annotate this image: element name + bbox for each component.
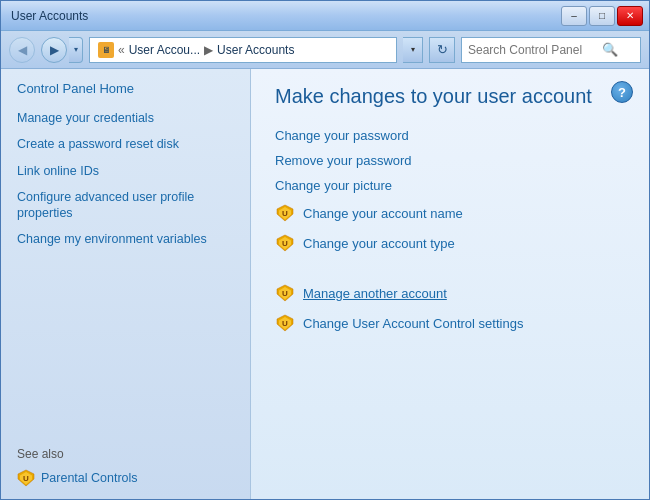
remove-password-link[interactable]: Remove your password [275, 153, 625, 168]
path-part-2: User Accounts [217, 43, 294, 57]
address-path[interactable]: 🖥 « User Accou... ▶ User Accounts [89, 37, 397, 63]
path-icon: 🖥 [98, 42, 114, 58]
manage-another-account-link[interactable]: U Manage another account [275, 283, 625, 303]
change-password-link[interactable]: Change your password [275, 128, 625, 143]
parental-controls-label: Parental Controls [41, 471, 138, 485]
svg-text:U: U [282, 209, 288, 218]
sidebar-home-link[interactable]: Control Panel Home [17, 81, 234, 96]
change-account-type-label: Change your account type [303, 236, 455, 251]
help-button[interactable]: ? [611, 81, 633, 103]
see-also-label: See also [17, 447, 234, 461]
uac-shield-icon: U [275, 313, 295, 333]
manage-account-shield-icon: U [275, 283, 295, 303]
svg-text:U: U [282, 319, 288, 328]
window-controls: – □ ✕ [561, 6, 643, 26]
minimize-button[interactable]: – [561, 6, 587, 26]
change-account-name-link[interactable]: U Change your account name [275, 203, 625, 223]
change-picture-link[interactable]: Change your picture [275, 178, 625, 193]
window-title: User Accounts [11, 9, 88, 23]
title-bar: User Accounts – □ ✕ [1, 1, 649, 31]
search-icon: 🔍 [602, 42, 618, 57]
sidebar-link-reset-disk[interactable]: Create a password reset disk [17, 136, 234, 152]
uac-settings-link[interactable]: U Change User Account Control settings [275, 313, 625, 333]
account-name-shield-icon: U [275, 203, 295, 223]
address-bar: ◀ ▶ ▾ 🖥 « User Accou... ▶ User Accounts … [1, 31, 649, 69]
section-gap [275, 263, 625, 283]
search-box[interactable]: 🔍 [461, 37, 641, 63]
refresh-button[interactable]: ↻ [429, 37, 455, 63]
main-panel: ? Make changes to your user account Chan… [251, 69, 649, 499]
window: User Accounts – □ ✕ ◀ ▶ ▾ 🖥 « User Accou… [0, 0, 650, 500]
path-separator: « [118, 43, 125, 57]
change-account-type-link[interactable]: U Change your account type [275, 233, 625, 253]
change-account-name-label: Change your account name [303, 206, 463, 221]
close-button[interactable]: ✕ [617, 6, 643, 26]
sidebar-link-advanced[interactable]: Configure advanced user profile properti… [17, 189, 234, 222]
maximize-button[interactable]: □ [589, 6, 615, 26]
svg-text:U: U [282, 289, 288, 298]
svg-text:U: U [282, 239, 288, 248]
parental-controls-shield-icon: U [17, 469, 35, 487]
sidebar-link-credentials[interactable]: Manage your credentials [17, 110, 234, 126]
path-part-1: User Accou... [129, 43, 200, 57]
sidebar-link-online-ids[interactable]: Link online IDs [17, 163, 234, 179]
content-area: Control Panel Home Manage your credentia… [1, 69, 649, 499]
back-button[interactable]: ◀ [9, 37, 35, 63]
forward-button[interactable]: ▶ [41, 37, 67, 63]
path-dropdown-button[interactable]: ▾ [403, 37, 423, 63]
svg-text:U: U [23, 474, 29, 483]
sidebar-link-environment[interactable]: Change my environment variables [17, 231, 234, 247]
path-arrow: ▶ [204, 43, 213, 57]
sidebar-spacer [17, 258, 234, 448]
search-input[interactable] [468, 43, 598, 57]
main-title: Make changes to your user account [275, 85, 625, 108]
nav-dropdown-button[interactable]: ▾ [69, 37, 83, 63]
uac-settings-label: Change User Account Control settings [303, 316, 523, 331]
parental-controls-item[interactable]: U Parental Controls [17, 469, 234, 487]
account-type-shield-icon: U [275, 233, 295, 253]
sidebar: Control Panel Home Manage your credentia… [1, 69, 251, 499]
manage-another-account-label: Manage another account [303, 286, 447, 301]
